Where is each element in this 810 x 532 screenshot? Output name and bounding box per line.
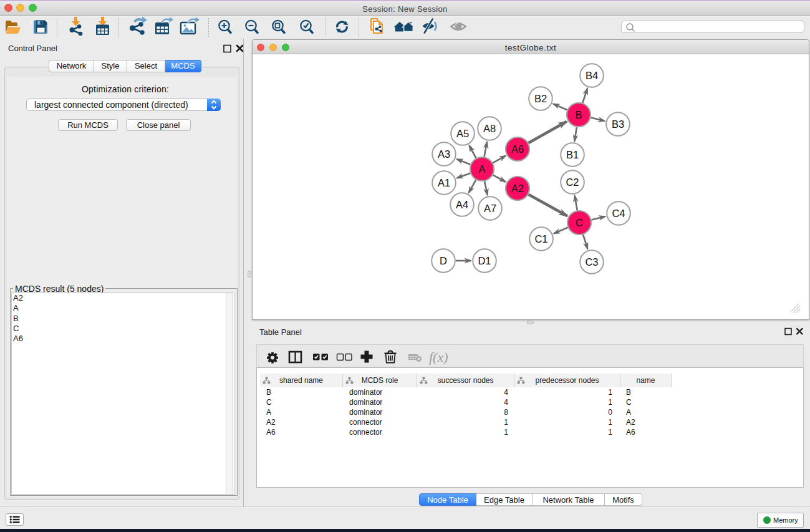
svg-text:A8: A8 [483, 123, 496, 134]
svg-text:D: D [440, 255, 447, 266]
svg-text:B3: B3 [612, 118, 624, 130]
svg-text:A3: A3 [438, 148, 450, 160]
svg-text:C4: C4 [612, 208, 625, 219]
svg-text:A6: A6 [511, 143, 524, 155]
svg-text:A1: A1 [438, 177, 450, 188]
svg-text:A7: A7 [484, 203, 496, 214]
svg-text:B1: B1 [566, 149, 579, 160]
svg-text:A: A [478, 163, 485, 175]
svg-text:A2: A2 [511, 183, 524, 194]
svg-text:B: B [575, 109, 582, 120]
svg-text:B4: B4 [586, 70, 598, 81]
svg-text:B2: B2 [534, 93, 547, 104]
svg-text:C: C [576, 217, 583, 228]
svg-text:C2: C2 [566, 177, 579, 188]
svg-text:D1: D1 [478, 255, 491, 266]
svg-text:A5: A5 [456, 128, 469, 139]
svg-text:f(x): f(x) [429, 349, 448, 365]
svg-text:C1: C1 [534, 233, 547, 244]
svg-text:C3: C3 [585, 256, 598, 268]
svg-text:A4: A4 [456, 199, 468, 210]
